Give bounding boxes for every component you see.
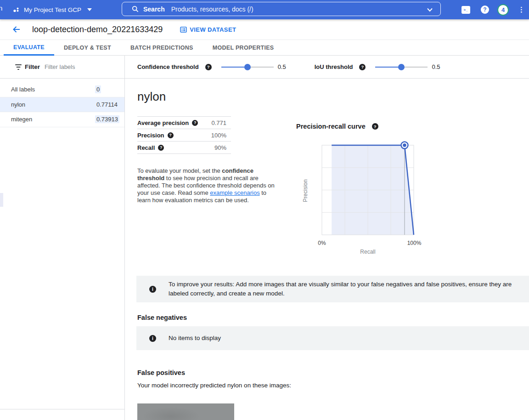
label-row-name: mitegen xyxy=(11,116,32,123)
improve-results-text: To improve your results: Add more images… xyxy=(169,276,519,302)
search-bar[interactable]: Search Products, resources, docs (/) xyxy=(122,2,441,16)
metric-value: 90% xyxy=(214,144,226,151)
more-options-icon[interactable]: ⋮ xyxy=(516,6,527,13)
description-text: To evaluate your model, set the xyxy=(137,167,222,174)
help-icon[interactable]: ? xyxy=(481,6,489,14)
no-items-banner: i No items to display xyxy=(136,326,529,350)
help-question-icon[interactable]: ? xyxy=(192,120,198,126)
help-question-icon[interactable]: ? xyxy=(205,64,212,70)
example-scenarios-link[interactable]: example scenarios xyxy=(210,189,259,196)
metric-row-precision: Precision ? 100% xyxy=(137,129,231,142)
search-placeholder: Products, resources, docs (/) xyxy=(171,6,253,13)
confidence-threshold-label: Confidence threshold xyxy=(137,63,199,70)
x-tick-0: 0% xyxy=(318,240,326,246)
avatar[interactable]: 4 xyxy=(497,4,509,16)
pr-marker-inner xyxy=(403,143,406,147)
label-row-name: nylon xyxy=(11,101,25,108)
improve-results-banner: i To improve your results: Add more imag… xyxy=(136,276,529,302)
x-tick-100: 100% xyxy=(407,240,422,246)
back-arrow-icon xyxy=(12,25,21,34)
tab-evaluate[interactable]: EVALUATE xyxy=(4,40,54,56)
threshold-bar: Confidence threshold ? 0.5 IoU threshold… xyxy=(125,56,529,79)
confidence-threshold-slider[interactable] xyxy=(221,64,274,70)
topbar: n My Project Test GCP Search Products, r… xyxy=(0,0,529,19)
app-root: n My Project Test GCP Search Products, r… xyxy=(0,0,529,420)
dataset-icon xyxy=(180,26,187,33)
search-icon xyxy=(132,6,139,12)
slider-handle[interactable] xyxy=(244,64,251,70)
filter-row: Filter xyxy=(0,56,124,79)
tab-bar: EVALUATE DEPLOY & TEST BATCH PREDICTIONS… xyxy=(0,40,529,56)
metric-row-average-precision: Average precision ? 0.771 xyxy=(137,117,231,129)
no-items-text: No items to display xyxy=(169,329,221,347)
search-expand-chevron-icon[interactable] xyxy=(426,6,433,13)
false-positive-image-thumbnail[interactable] xyxy=(137,403,234,420)
filter-icon xyxy=(15,64,22,70)
info-icon: i xyxy=(149,286,156,293)
label-row-name: All labels xyxy=(11,86,35,93)
slider-fill xyxy=(221,67,248,68)
label-row-value: 0.73913 xyxy=(95,115,119,123)
project-switcher[interactable]: My Project Test GCP xyxy=(13,0,92,19)
help-question-icon[interactable]: ? xyxy=(168,132,174,138)
metric-label: Recall xyxy=(137,144,155,151)
iou-threshold-label: IoU threshold xyxy=(315,63,353,70)
confidence-threshold-group: Confidence threshold ? 0.5 xyxy=(137,63,286,70)
nav-highlight-strip xyxy=(0,193,3,207)
metric-row-recall: Recall ? 90% xyxy=(137,142,231,154)
view-dataset-button[interactable]: VIEW DATASET xyxy=(180,26,236,33)
label-row-value: 0.77114 xyxy=(95,101,119,108)
cloud-shell-icon[interactable]: >_ xyxy=(461,6,470,14)
tab-batch-predictions[interactable]: BATCH PREDICTIONS xyxy=(121,40,203,56)
pr-curve-header: Precision-recall curve ? xyxy=(296,123,378,130)
chevron-down-icon xyxy=(87,8,92,11)
help-question-icon[interactable]: ? xyxy=(372,123,378,130)
pr-curve-chart: 0% 100% Recall Precision xyxy=(289,138,427,262)
metric-value: 100% xyxy=(211,132,226,139)
page-header: loop-detection-demo_20221633429 VIEW DAT… xyxy=(0,19,529,40)
selected-label-heading: nylon xyxy=(137,90,166,104)
help-question-icon[interactable]: ? xyxy=(158,145,164,151)
sidebar-divider xyxy=(0,409,125,409)
filter-label: Filter xyxy=(25,63,40,70)
iou-threshold-value: 0.5 xyxy=(432,63,440,70)
label-row-value: 0 xyxy=(95,85,101,93)
evaluate-panel: Confidence threshold ? 0.5 IoU threshold… xyxy=(125,56,529,420)
filter-labels-input[interactable] xyxy=(45,63,109,70)
back-button[interactable] xyxy=(12,25,21,34)
project-icon xyxy=(13,6,20,13)
tab-model-properties[interactable]: MODEL PROPERTIES xyxy=(203,40,284,56)
metrics-table: Average precision ? 0.771 Precision ? 10… xyxy=(137,116,231,154)
label-row-nylon[interactable]: nylon 0.77114 xyxy=(0,97,124,113)
x-axis-label: Recall xyxy=(360,249,375,255)
search-label: Search xyxy=(143,6,165,13)
false-positives-heading: False positives xyxy=(137,369,185,376)
iou-threshold-group: IoU threshold ? 0.5 xyxy=(315,63,440,70)
false-positives-caption: Your model incorrectly predicted nylon o… xyxy=(137,382,291,389)
evaluation-description: To evaluate your model, set the confiden… xyxy=(137,167,279,204)
y-axis-label: Precision xyxy=(302,179,309,202)
label-row-all-labels[interactable]: All labels 0 xyxy=(0,82,124,97)
labels-sidebar: Filter All labels 0 nylon 0.77114 mitege… xyxy=(0,56,125,420)
tab-deploy-and-test[interactable]: DEPLOY & TEST xyxy=(54,40,121,56)
confidence-threshold-value: 0.5 xyxy=(278,63,286,70)
info-icon: i xyxy=(149,335,156,342)
metric-label: Precision xyxy=(137,132,164,139)
pr-curve-title: Precision-recall curve xyxy=(296,123,366,130)
topbar-actions: >_ ? 4 ⋮ xyxy=(461,0,527,19)
clipped-nav-text: n xyxy=(0,4,2,12)
project-name: My Project Test GCP xyxy=(24,6,81,13)
slider-handle[interactable] xyxy=(398,64,405,70)
help-question-icon[interactable]: ? xyxy=(359,64,366,70)
view-dataset-label: VIEW DATASET xyxy=(190,26,236,33)
page-title: loop-detection-demo_20221633429 xyxy=(32,25,163,34)
slider-fill xyxy=(375,67,401,68)
label-row-mitegen[interactable]: mitegen 0.73913 xyxy=(0,112,124,127)
metric-label: Average precision xyxy=(137,119,189,126)
iou-threshold-slider[interactable] xyxy=(375,64,428,70)
false-negatives-heading: False negatives xyxy=(137,314,187,321)
metric-value: 0.771 xyxy=(211,119,226,126)
